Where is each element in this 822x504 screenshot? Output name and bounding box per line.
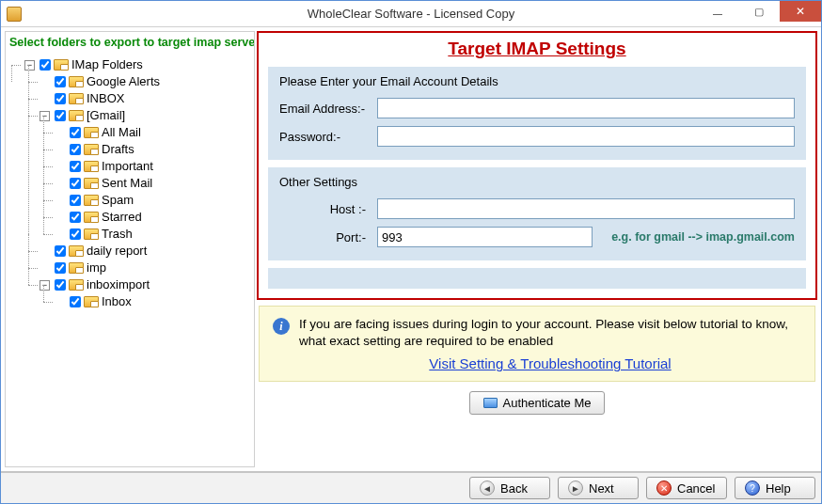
tree-node-important[interactable]: Important (55, 158, 153, 175)
host-hint: e.g. for gmail --> imap.gmail.com (611, 230, 795, 244)
port-label: Port:- (279, 230, 371, 244)
maximize-button[interactable] (738, 1, 780, 22)
folder-icon (69, 279, 84, 291)
tree-label: INBOX (87, 90, 124, 107)
tree-checkbox[interactable] (55, 279, 66, 291)
spacer-strip (268, 268, 806, 289)
info-text: If you are facing issues during login to… (299, 316, 801, 350)
host-field[interactable] (377, 198, 795, 219)
folder-icon (69, 76, 84, 87)
info-icon: i (273, 318, 290, 335)
next-button[interactable]: ► Next (558, 477, 639, 499)
port-field[interactable] (377, 227, 593, 247)
tree-label: Trash (102, 226, 133, 243)
folder-panel-header: Select folders to export to target imap … (6, 32, 254, 55)
tree-label: imp (87, 260, 106, 276)
authenticate-label: Authenticate Me (503, 396, 592, 410)
close-button[interactable] (780, 1, 821, 22)
tree-label: Inbox (102, 293, 132, 310)
tree-checkbox[interactable] (70, 178, 81, 189)
tree-checkbox[interactable] (70, 296, 81, 307)
host-label: Host :- (279, 202, 371, 216)
other-settings-group: Other Settings Host :- Port:- e.g. for g… (268, 167, 806, 260)
tree-node-spam[interactable]: Spam (55, 192, 134, 209)
minimize-button[interactable] (697, 1, 738, 22)
tree-node-google-alerts[interactable]: Google Alerts (40, 73, 160, 90)
expand-toggle-icon[interactable]: − (24, 60, 35, 71)
tree-checkbox[interactable] (55, 110, 66, 121)
authenticate-row: Authenticate Me (257, 387, 817, 417)
troubleshooting-link[interactable]: Visit Setting & Troubleshooting Tutorial (299, 355, 801, 371)
back-label: Back (500, 481, 528, 496)
expand-toggle-icon[interactable]: − (40, 280, 50, 291)
tree-node-root[interactable]: − IMap Folders (24, 56, 143, 73)
tree-node-trash[interactable]: Trash (55, 226, 133, 243)
tree-node-inboximport-inbox[interactable]: Inbox (55, 293, 132, 310)
tree-node-inbox[interactable]: INBOX (40, 90, 124, 107)
tree-label: daily report (87, 243, 147, 260)
help-label: Help (766, 481, 791, 496)
folder-tree[interactable]: − IMap Folders Google Alerts INBOX −[Gma… (6, 55, 254, 466)
account-details-group: Please Enter your Email Account Details … (268, 67, 806, 160)
tree-node-drafts[interactable]: Drafts (55, 141, 134, 158)
tree-node-all-mail[interactable]: All Mail (55, 124, 141, 141)
tree-checkbox[interactable] (70, 161, 81, 172)
email-field[interactable] (377, 98, 795, 118)
folder-icon (84, 127, 99, 138)
next-arrow-icon: ► (568, 480, 583, 496)
folder-icon (84, 228, 99, 240)
tree-node-starred[interactable]: Starred (55, 209, 142, 226)
help-icon: ? (745, 480, 760, 496)
app-window: WholeClear Software - Licensed Copy Sele… (0, 0, 822, 504)
tree-node-inboximport[interactable]: −inboximport (40, 276, 150, 293)
tree-node-imp[interactable]: imp (40, 260, 106, 276)
tree-label: IMap Folders (71, 56, 143, 73)
folder-icon (69, 245, 84, 257)
tree-checkbox[interactable] (55, 76, 66, 87)
expand-toggle-icon[interactable]: − (40, 111, 50, 121)
folder-icon (84, 144, 99, 155)
tree-checkbox[interactable] (55, 245, 66, 257)
tree-checkbox[interactable] (55, 262, 66, 274)
folder-icon (69, 93, 84, 104)
email-label: Email Address:- (279, 102, 371, 116)
tree-checkbox[interactable] (55, 93, 66, 104)
cancel-icon: ✕ (656, 480, 672, 496)
back-button[interactable]: ◄ Back (469, 477, 550, 499)
account-details-legend: Please Enter your Email Account Details (279, 74, 795, 88)
folder-icon (54, 59, 69, 71)
folder-open-icon (483, 398, 498, 408)
tree-checkbox[interactable] (70, 212, 81, 223)
cancel-button[interactable]: ✕ Cancel (646, 477, 727, 499)
tree-checkbox[interactable] (70, 228, 81, 240)
tree-label: All Mail (102, 124, 141, 141)
settings-title: Target IMAP Settings (268, 39, 806, 59)
tree-label: Important (102, 158, 153, 175)
tree-checkbox[interactable] (70, 195, 81, 206)
tree-label: inboximport (87, 276, 150, 293)
tree-label: [Gmail] (87, 107, 125, 124)
folder-icon (84, 212, 99, 223)
folder-icon (84, 296, 99, 307)
tree-node-sent-mail[interactable]: Sent Mail (55, 175, 152, 192)
password-field[interactable] (377, 126, 795, 147)
tree-node-gmail[interactable]: −[Gmail] (40, 107, 125, 124)
tree-checkbox[interactable] (40, 59, 51, 71)
folder-icon (69, 110, 84, 121)
tree-checkbox[interactable] (70, 144, 81, 155)
target-imap-settings: Target IMAP Settings Please Enter your E… (257, 31, 817, 300)
next-label: Next (589, 481, 614, 496)
tree-checkbox[interactable] (70, 127, 81, 138)
cancel-label: Cancel (677, 481, 715, 496)
help-button[interactable]: ? Help (735, 477, 815, 499)
tree-label: Google Alerts (87, 73, 160, 90)
window-controls (697, 1, 821, 26)
folder-icon (84, 178, 99, 189)
tree-label: Sent Mail (102, 175, 152, 192)
wizard-footer: ◄ Back ► Next ✕ Cancel ? Help (1, 471, 821, 503)
authenticate-button[interactable]: Authenticate Me (469, 391, 606, 415)
password-label: Password:- (279, 130, 371, 144)
info-box: i If you are facing issues during login … (259, 306, 815, 382)
tree-node-daily-report[interactable]: daily report (40, 243, 147, 260)
folder-panel: Select folders to export to target imap … (5, 31, 255, 467)
